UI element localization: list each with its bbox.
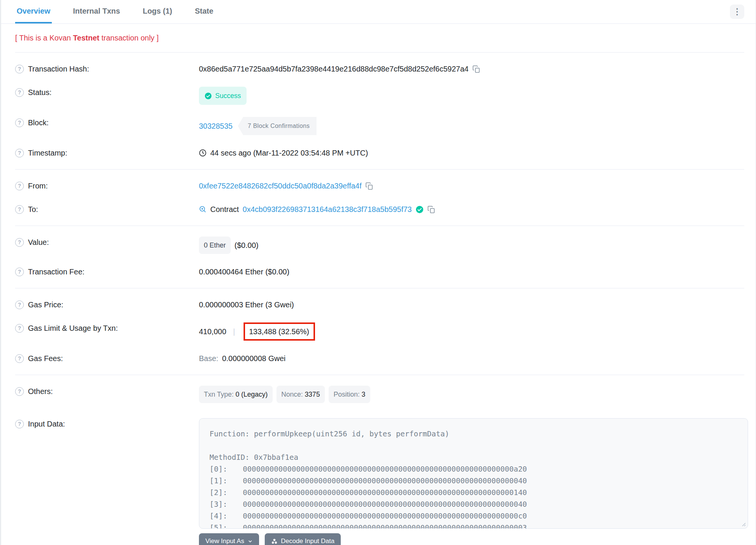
transaction-fee-label-group: ? Transaction Fee: xyxy=(15,266,199,277)
nonce-key: Nonce: xyxy=(281,391,303,398)
zoom-in-icon[interactable] xyxy=(199,206,206,213)
input-data-label: Input Data: xyxy=(28,418,65,430)
row-others: ? Others: Txn Type: 0 (Legacy) Nonce: 33… xyxy=(15,380,744,409)
transaction-hash-label-group: ? Transaction Hash: xyxy=(15,63,199,75)
gas-price-label: Gas Price: xyxy=(28,299,63,310)
position-value: 3 xyxy=(362,391,365,398)
help-icon[interactable]: ? xyxy=(15,205,24,214)
verified-check-icon xyxy=(416,206,424,213)
resize-handle-icon[interactable] xyxy=(740,521,746,526)
gas-price-value: 0.000000003 Ether (3 Gwei) xyxy=(199,299,294,310)
input-data-word-line: [2]:000000000000000000000000000000000000… xyxy=(210,487,740,498)
clock-icon xyxy=(199,149,206,157)
decode-input-data-button[interactable]: Decode Input Data xyxy=(265,533,341,545)
transaction-fee-value: 0.000400464 Ether ($0.00) xyxy=(199,266,289,277)
word-hex: 0000000000000000000000000000000000000000… xyxy=(243,522,527,529)
section-summary: ? Transaction Hash: 0x86ed5a771e725aa94d… xyxy=(15,53,744,170)
help-icon[interactable]: ? xyxy=(15,182,24,190)
gas-separator: | xyxy=(233,326,235,337)
to-address-link[interactable]: 0x4cb093f226983713164a62138c3f718a5b595f… xyxy=(243,204,412,215)
word-hex: 0000000000000000000000000000000000000000… xyxy=(243,498,527,510)
block-number-link[interactable]: 30328535 xyxy=(199,120,233,132)
row-to: ? To: Contract 0x4cb093f226983713164a621… xyxy=(15,198,744,221)
timestamp-label-group: ? Timestamp: xyxy=(15,147,199,159)
input-data-blank-line xyxy=(210,440,740,452)
block-label: Block: xyxy=(28,117,48,128)
help-icon[interactable]: ? xyxy=(15,324,24,333)
more-options-button[interactable]: ⋮ xyxy=(730,5,744,19)
row-input-data: ? Input Data: Function: performUpkeep(ui… xyxy=(15,409,744,545)
testnet-notice-bold: Testnet xyxy=(73,34,99,42)
input-data-word-line: [1]:000000000000000000000000000000000000… xyxy=(210,475,740,487)
row-from: ? From: 0xfee7522e8482682cf50ddc50a0f8da… xyxy=(15,174,744,198)
word-index: [1]: xyxy=(210,475,243,487)
tab-logs[interactable]: Logs (1) xyxy=(141,0,174,23)
txn-type-value: 0 (Legacy) xyxy=(236,391,268,398)
view-input-as-button[interactable]: View Input As xyxy=(199,533,259,545)
help-icon[interactable]: ? xyxy=(15,420,24,428)
word-hex: 0000000000000000000000000000000000000000… xyxy=(243,463,527,475)
help-icon[interactable]: ? xyxy=(15,268,24,276)
txn-type-key: Txn Type: xyxy=(204,391,234,398)
value-amount-pill: 0 Ether xyxy=(199,237,231,254)
copy-icon[interactable] xyxy=(427,206,435,213)
copy-icon[interactable] xyxy=(472,65,480,73)
help-icon[interactable]: ? xyxy=(15,238,24,247)
help-icon[interactable]: ? xyxy=(15,149,24,157)
block-label-group: ? Block: xyxy=(15,117,199,128)
input-data-word-line: [4]:000000000000000000000000000000000000… xyxy=(210,510,740,522)
testnet-notice: [ This is a Kovan Testnet transaction on… xyxy=(15,24,744,53)
chevron-down-icon xyxy=(248,539,253,544)
word-hex: 0000000000000000000000000000000000000000… xyxy=(243,475,527,487)
row-gas-fees: ? Gas Fees: Base: 0.000000008 Gwei xyxy=(15,347,744,370)
value-label: Value: xyxy=(28,237,49,248)
status-badge-text: Success xyxy=(215,90,241,101)
row-value: ? Value: 0 Ether ($0.00) xyxy=(15,230,744,260)
others-label-group: ? Others: xyxy=(15,386,199,397)
from-label: From: xyxy=(28,180,48,192)
input-data-box[interactable]: Function: performUpkeep(uint256 id, byte… xyxy=(199,418,748,529)
others-label: Others: xyxy=(28,386,53,397)
row-transaction-hash: ? Transaction Hash: 0x86ed5a771e725aa94d… xyxy=(15,57,744,81)
gas-fees-base-value: 0.000000008 Gwei xyxy=(222,353,286,364)
value-usd: ($0.00) xyxy=(234,240,258,251)
to-contract-word: Contract xyxy=(210,204,239,215)
testnet-notice-suffix: transaction only ] xyxy=(99,34,159,42)
tab-state[interactable]: State xyxy=(193,0,215,23)
help-icon[interactable]: ? xyxy=(15,354,24,363)
row-gas-price: ? Gas Price: 0.000000003 Ether (3 Gwei) xyxy=(15,293,744,316)
input-data-method-line: MethodID: 0x7bbaf1ea xyxy=(210,452,740,463)
tab-bar: Overview Internal Txns Logs (1) State ⋮ xyxy=(1,0,756,24)
word-index: [4]: xyxy=(210,510,243,522)
row-gas-limit-usage: ? Gas Limit & Usage by Txn: 410,000 | 13… xyxy=(15,316,744,347)
help-icon[interactable]: ? xyxy=(15,118,24,127)
row-status: ? Status: Success xyxy=(15,81,744,111)
gas-usage-value: 133,488 (32.56%) xyxy=(249,327,309,336)
help-icon[interactable]: ? xyxy=(15,387,24,396)
view-input-as-label: View Input As xyxy=(205,537,244,545)
nonce-value: 3375 xyxy=(305,391,320,398)
input-data-word-line: [0]:000000000000000000000000000000000000… xyxy=(210,463,740,475)
transaction-overview-card: Overview Internal Txns Logs (1) State ⋮ … xyxy=(0,0,756,545)
value-label-group: ? Value: xyxy=(15,237,199,248)
help-icon[interactable]: ? xyxy=(15,301,24,309)
copy-icon[interactable] xyxy=(365,182,373,190)
timestamp-label: Timestamp: xyxy=(28,147,67,159)
status-label: Status: xyxy=(28,87,51,98)
row-transaction-fee: ? Transaction Fee: 0.000400464 Ether ($0… xyxy=(15,260,744,283)
position-pill: Position: 3 xyxy=(329,386,370,403)
section-parties: ? From: 0xfee7522e8482682cf50ddc50a0f8da… xyxy=(15,170,744,226)
txn-type-pill: Txn Type: 0 (Legacy) xyxy=(199,386,273,403)
input-data-word-line: [3]:000000000000000000000000000000000000… xyxy=(210,498,740,510)
help-icon[interactable]: ? xyxy=(15,65,24,73)
input-data-words: [0]:000000000000000000000000000000000000… xyxy=(210,463,740,529)
from-label-group: ? From: xyxy=(15,180,199,192)
gas-limit-label: Gas Limit & Usage by Txn: xyxy=(28,322,118,334)
word-hex: 0000000000000000000000000000000000000000… xyxy=(243,487,527,498)
from-address-link[interactable]: 0xfee7522e8482682cf50ddc50a0f8da2a39effa… xyxy=(199,180,362,192)
tab-internal-txns[interactable]: Internal Txns xyxy=(71,0,121,23)
help-icon[interactable]: ? xyxy=(15,88,24,97)
tab-overview[interactable]: Overview xyxy=(15,0,52,23)
section-value: ? Value: 0 Ether ($0.00) ? Transaction F… xyxy=(15,226,744,288)
gas-fees-label: Gas Fees: xyxy=(28,353,63,364)
